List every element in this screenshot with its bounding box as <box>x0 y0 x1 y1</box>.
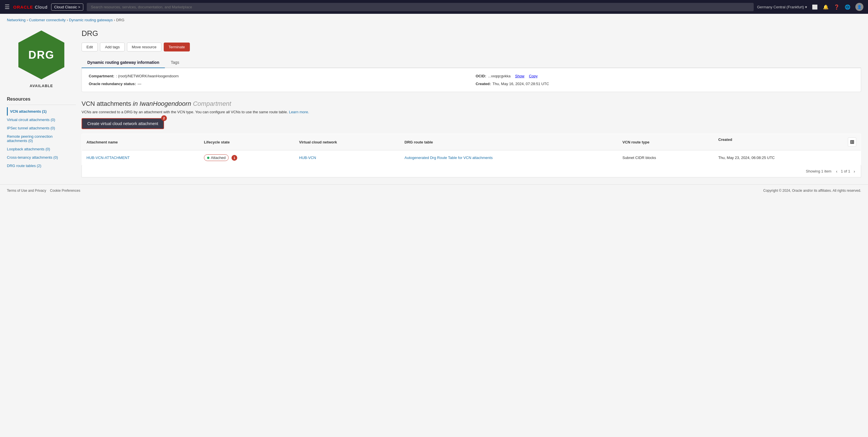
cell-virtual-cloud-network: HUB-VCN <box>294 150 400 165</box>
create-vcn-attachment-button[interactable]: Create virtual cloud network attachment <box>82 118 164 129</box>
next-page-button[interactable]: › <box>852 168 856 174</box>
cell-vcn-route-type: Subnet CIDR blocks <box>618 150 714 165</box>
terms-link[interactable]: Terms of Use and Privacy <box>7 188 46 193</box>
table-header-row: Attachment name Lifecycle state Virtual … <box>82 134 861 150</box>
showing-items: Showing 1 item <box>806 169 832 173</box>
compartment-value: : (root)/NETWORK/IwanHoogendoorn <box>116 74 179 78</box>
breadcrumb-customer-connectivity[interactable]: Customer connectivity <box>29 18 66 22</box>
create-button-badge: 2 <box>161 115 167 121</box>
search-input[interactable] <box>87 3 754 11</box>
ocid-label: OCID: <box>476 74 486 78</box>
breadcrumb-current: DRG <box>116 18 124 22</box>
footer-links: Terms of Use and Privacy Cookie Preferen… <box>7 188 80 193</box>
action-buttons: Edit Add tags Move resource Terminate <box>82 42 861 52</box>
col-virtual-cloud-network: Virtual cloud network <box>294 134 400 150</box>
vcn-attachments-section: VCN attachments in IwanHoogendoorn Compa… <box>82 100 861 177</box>
ocid-copy-link[interactable]: Copy <box>529 74 537 78</box>
user-avatar[interactable]: 👤 <box>855 3 863 11</box>
left-panel: DRG AVAILABLE Resources VCN attachments … <box>7 26 76 177</box>
lifecycle-state-badge-number: 1 <box>231 155 237 161</box>
tab-tags[interactable]: Tags <box>165 57 185 68</box>
page-title: DRG <box>82 29 861 38</box>
ocid-value: ...vxqqcgvkka <box>488 74 511 78</box>
language-icon[interactable]: 🌐 <box>844 4 851 10</box>
cell-attachment-name: HUB-VCN-ATTACHMENT <box>82 150 199 165</box>
vcn-attachments-table: Attachment name Lifecycle state Virtual … <box>82 134 861 165</box>
oracle-logo: ORACLE Cloud <box>13 5 48 9</box>
sidebar-item-cross-tenancy-attachments[interactable]: Cross-tenancy attachments (0) <box>7 153 76 162</box>
sidebar-item-vcn-attachments[interactable]: VCN attachments (1) <box>7 107 76 116</box>
sidebar-item-loopback-attachments[interactable]: Loopback attachments (0) <box>7 145 76 153</box>
create-vcn-attachment-wrapper: Create virtual cloud network attachment … <box>82 118 164 129</box>
sidebar-item-virtual-circuit-attachments[interactable]: Virtual circuit attachments (0) <box>7 116 76 124</box>
region-selector[interactable]: Germany Central (Frankfurt) ▾ <box>757 5 807 9</box>
drg-route-table-link[interactable]: Autogenerated Drg Route Table for VCN at… <box>404 155 493 160</box>
col-lifecycle-state: Lifecycle state <box>199 134 294 150</box>
created-value: Thu, May 16, 2024, 07:28:51 UTC <box>493 82 549 86</box>
table-footer: Showing 1 item ‹ 1 of 1 › <box>82 165 861 177</box>
hamburger-menu-icon[interactable]: ☰ <box>5 3 10 10</box>
drg-icon: DRG <box>16 29 67 81</box>
top-navigation: ☰ ORACLE Cloud Cloud Classic > Germany C… <box>0 0 868 14</box>
cookies-link[interactable]: Cookie Preferences <box>50 188 80 193</box>
pagination-nav: ‹ 1 of 1 › <box>835 168 856 174</box>
vcn-link[interactable]: HUB-VCN <box>299 155 316 160</box>
cell-lifecycle-state: Attached 1 <box>199 150 294 165</box>
compartment-row: Compartment: : (root)/NETWORK/IwanHoogen… <box>89 74 467 78</box>
breadcrumb-networking[interactable]: Networking <box>7 18 26 22</box>
lifecycle-state-badge: Attached <box>204 154 229 161</box>
cell-drg-route-table: Autogenerated Drg Route Table for VCN at… <box>400 150 618 165</box>
vcn-description: VCNs are connected to a DRG by an attach… <box>82 110 861 114</box>
col-vcn-route-type: VCN route type <box>618 134 714 150</box>
move-resource-button[interactable]: Move resource <box>127 42 161 52</box>
sidebar-item-ipsec-tunnel-attachments[interactable]: IPSec tunnel attachments (0) <box>7 124 76 132</box>
col-attachment-name: Attachment name <box>82 134 199 150</box>
bell-icon[interactable]: 🔔 <box>823 4 829 10</box>
col-created: Created ⊞ <box>714 134 861 150</box>
table-settings-icon[interactable]: ⊞ <box>848 138 856 147</box>
resources-title: Resources <box>7 96 76 105</box>
help-icon[interactable]: ❓ <box>834 4 840 10</box>
page-footer: Terms of Use and Privacy Cookie Preferen… <box>0 184 868 197</box>
status-dot-icon <box>207 157 209 159</box>
vcn-section-title: VCN attachments in IwanHoogendoorn Compa… <box>82 100 861 108</box>
cloud-shell-icon[interactable]: ⬜ <box>812 4 818 10</box>
col-drg-route-table: DRG route table <box>400 134 618 150</box>
created-label: Created: <box>476 82 491 86</box>
resources-section: Resources VCN attachments (1) Virtual ci… <box>7 96 76 170</box>
ocid-row: OCID: ...vxqqcgvkka Show Copy <box>476 74 854 78</box>
ocid-show-link[interactable]: Show <box>515 74 525 78</box>
edit-button[interactable]: Edit <box>82 42 98 52</box>
oracle-redundancy-row: Oracle redundancy status: — <box>89 82 467 86</box>
drg-status: AVAILABLE <box>30 84 53 88</box>
created-row: Created: Thu, May 16, 2024, 07:28:51 UTC <box>476 82 854 86</box>
oracle-redundancy-value: — <box>137 82 141 86</box>
copyright-text: Copyright © 2024, Oracle and/or its affi… <box>763 188 861 193</box>
compartment-label: Compartment: <box>89 74 114 78</box>
sidebar-item-remote-peering-attachments[interactable]: Remote peering connection attachments (0… <box>7 132 76 145</box>
prev-page-button[interactable]: ‹ <box>835 168 838 174</box>
tab-drg-info[interactable]: Dynamic routing gateway information <box>82 57 165 68</box>
breadcrumb-dynamic-routing-gateways[interactable]: Dynamic routing gateways <box>69 18 113 22</box>
learn-more-link[interactable]: Learn more. <box>289 110 309 114</box>
attachment-name-link[interactable]: HUB-VCN-ATTACHMENT <box>87 155 129 160</box>
main-layout: DRG AVAILABLE Resources VCN attachments … <box>0 26 868 184</box>
add-tags-button[interactable]: Add tags <box>100 42 124 52</box>
cell-created: Thu, May 23, 2024, 06:08:25 UTC <box>714 150 861 165</box>
breadcrumb: Networking › Customer connectivity › Dyn… <box>0 14 868 26</box>
pagination-info: 1 of 1 <box>841 169 850 173</box>
topnav-right: Germany Central (Frankfurt) ▾ ⬜ 🔔 ❓ 🌐 👤 <box>757 3 863 11</box>
info-panel: Compartment: : (root)/NETWORK/IwanHoogen… <box>82 68 861 92</box>
sidebar-item-drg-route-tables[interactable]: DRG route tables (2) <box>7 162 76 170</box>
drg-hex-label: DRG <box>28 49 54 61</box>
cloud-classic-button[interactable]: Cloud Classic > <box>51 3 84 11</box>
table-row: HUB-VCN-ATTACHMENT Attached 1 HUB-VCN <box>82 150 861 165</box>
terminate-button[interactable]: Terminate <box>164 42 190 52</box>
right-content: DRG Edit Add tags Move resource Terminat… <box>76 26 861 177</box>
oracle-redundancy-label: Oracle redundancy status: <box>89 82 136 86</box>
tabs: Dynamic routing gateway information Tags <box>82 57 861 68</box>
